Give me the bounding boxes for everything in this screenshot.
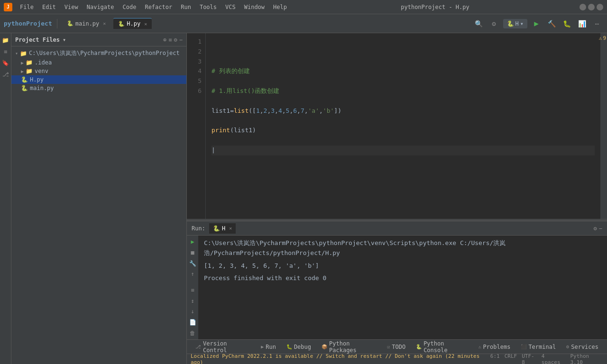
- menu-navigate[interactable]: Navigate: [83, 3, 118, 11]
- run-config-selector[interactable]: 🐍 H ▾: [503, 19, 527, 28]
- tab-close-active-icon[interactable]: ✕: [144, 21, 147, 27]
- run-tool-7[interactable]: 🗑: [188, 328, 197, 337]
- status-position[interactable]: 6:1: [490, 353, 500, 364]
- run-tool-2[interactable]: ↑: [188, 270, 197, 279]
- editor-area: 1 2 3 4 5 6 # 列表的创建 # 1.用list()函数创建 list…: [187, 33, 607, 219]
- tree-item-main-py[interactable]: 🐍 main.py: [11, 84, 186, 92]
- file-tree: ▾ 📁 C:\Users\洪岚浩\PycharmProjects\pythonP…: [11, 46, 186, 364]
- tree-root[interactable]: ▾ 📁 C:\Users\洪岚浩\PycharmProjects\pythonP…: [11, 48, 186, 58]
- hpy-icon: 🐍: [21, 76, 28, 83]
- build-icon[interactable]: 🔨: [545, 18, 558, 30]
- menu-run[interactable]: Run: [177, 3, 195, 11]
- run-button[interactable]: ▶: [530, 18, 543, 30]
- menu-file[interactable]: File: [16, 3, 37, 11]
- run-output: C:\Users\洪岚浩\PycharmProjects\pythonProje…: [198, 236, 607, 339]
- terminal-label: Terminal: [528, 344, 556, 350]
- run-tool-1[interactable]: 🔧: [188, 259, 197, 268]
- menu-view[interactable]: View: [61, 3, 82, 11]
- menu-tools[interactable]: Tools: [196, 3, 221, 11]
- project-label[interactable]: pythonProject: [4, 20, 52, 27]
- structure-icon[interactable]: ≡: [0, 46, 11, 57]
- code-line-4: list1=list([1,2,3,4,5,6,7,'a','b']): [212, 106, 595, 116]
- menu-help[interactable]: Help: [269, 3, 291, 11]
- run-config-dropdown-icon: ▾: [520, 20, 524, 27]
- maximize-button[interactable]: □: [588, 4, 595, 10]
- collapse-all-icon[interactable]: ≡: [168, 36, 172, 43]
- editor-scrollbar[interactable]: ⚠ 9: [600, 33, 607, 219]
- bookmarks-icon[interactable]: 🔖: [0, 58, 11, 68]
- main-toolbar: pythonProject 🐍 main.py ✕ 🐍 H.py ✕ 🔍 ⚙ 🐍…: [0, 14, 607, 33]
- menu-vcs[interactable]: VCS: [221, 3, 239, 11]
- todo-label: TODO: [392, 344, 405, 350]
- run-tool-3[interactable]: ≡: [188, 286, 197, 295]
- line-num-3: 3: [187, 57, 202, 67]
- title-bar: J File Edit View Navigate Code Refactor …: [0, 0, 607, 14]
- bottom-tab-services[interactable]: ⚙ Services: [561, 342, 603, 352]
- settings-icon[interactable]: ⚙: [488, 18, 500, 30]
- menu-code[interactable]: Code: [119, 3, 140, 11]
- panel-settings-icon[interactable]: ⚙: [174, 36, 177, 43]
- locate-file-icon[interactable]: ⊕: [163, 36, 166, 43]
- code-editor[interactable]: # 列表的创建 # 1.用list()函数创建 list1=list([1,2,…: [206, 33, 600, 219]
- python-packages-icon: 📦: [322, 344, 327, 349]
- code-line-5: print(list1): [212, 126, 595, 136]
- menu-refactor[interactable]: Refactor: [141, 3, 176, 11]
- stop-button[interactable]: ■: [188, 248, 197, 257]
- run-tool-4[interactable]: ↕: [188, 297, 197, 306]
- window-title: pythonProject - H.py: [294, 4, 576, 10]
- tree-item-venv[interactable]: ▶ 📁 venv: [11, 67, 186, 75]
- bottom-tab-problems[interactable]: ⚠ Problems: [474, 342, 515, 352]
- debug-icon[interactable]: 🐛: [561, 18, 573, 30]
- more-options-icon[interactable]: ⋯: [591, 18, 603, 30]
- run-tab-py-icon: 🐍: [213, 225, 220, 232]
- version-control-label: Version Control: [203, 340, 250, 354]
- run-tab-icon: ▶: [261, 344, 264, 349]
- warnings-indicator: ⚠ 9: [599, 35, 606, 41]
- status-indent[interactable]: 4 spaces: [542, 353, 566, 364]
- bottom-tab-todo[interactable]: ☑ TODO: [382, 342, 410, 352]
- bottom-tab-terminal[interactable]: ⬛ Terminal: [516, 342, 561, 352]
- git-icon[interactable]: ⎇: [0, 69, 11, 80]
- coverage-icon[interactable]: 📊: [576, 18, 588, 30]
- menu-window[interactable]: Window: [240, 3, 268, 11]
- run-settings-icon[interactable]: ⚙: [594, 225, 597, 232]
- run-tool-5[interactable]: ↓: [188, 307, 197, 316]
- line-num-5: 5: [187, 76, 202, 86]
- bottom-tab-debug[interactable]: 🐛 Debug: [282, 342, 316, 352]
- close-panel-icon[interactable]: −: [179, 36, 183, 43]
- tab-main-py[interactable]: 🐍 main.py ✕: [62, 18, 111, 29]
- minimize-button[interactable]: ─: [579, 4, 586, 10]
- tab-h-py[interactable]: 🐍 H.py ✕: [113, 18, 152, 29]
- arrow-icon: ▾: [15, 51, 18, 56]
- status-python-info[interactable]: Python 3.10: [570, 353, 603, 364]
- status-line-sep[interactable]: CRLF: [505, 353, 517, 364]
- debug-tab-label: Debug: [294, 344, 311, 350]
- code-line-3: # 1.用list()函数创建: [212, 86, 595, 96]
- run-again-button[interactable]: ▶: [188, 237, 197, 246]
- run-tab-close-icon[interactable]: ✕: [229, 226, 232, 231]
- code-line-1: [212, 47, 595, 57]
- run-tool-6[interactable]: 📄: [188, 318, 197, 327]
- search-everywhere-icon[interactable]: 🔍: [473, 18, 485, 30]
- project-panel-dropdown-icon[interactable]: ▾: [63, 36, 66, 43]
- python-console-icon: 🐍: [416, 344, 422, 349]
- project-view-icon[interactable]: 📁: [0, 35, 11, 46]
- output-exit-code: Process finished with exit code 0: [204, 273, 601, 283]
- line-numbers: 1 2 3 4 5 6: [187, 33, 206, 219]
- toolbar-divider: [57, 19, 57, 28]
- tree-item-idea[interactable]: ▶ 📁 .idea: [11, 58, 186, 67]
- services-label: Services: [571, 344, 598, 350]
- idea-folder-icon: 📁: [26, 59, 33, 66]
- run-config-label: H: [515, 20, 519, 27]
- bottom-tab-run[interactable]: ▶ Run: [256, 342, 281, 352]
- mainpy-label: main.py: [30, 85, 54, 91]
- tree-item-h-py[interactable]: 🐍 H.py: [11, 75, 186, 84]
- close-button[interactable]: ✕: [597, 4, 603, 10]
- idea-label: .idea: [35, 59, 52, 66]
- run-tab-h[interactable]: 🐍 H ✕: [209, 223, 236, 234]
- status-encoding[interactable]: UTF-8: [522, 353, 537, 364]
- tab-close-icon[interactable]: ✕: [103, 21, 106, 26]
- close-run-panel-icon[interactable]: −: [599, 225, 602, 232]
- run-panel-header: Run: 🐍 H ✕ ⚙ −: [187, 221, 607, 236]
- menu-edit[interactable]: Edit: [38, 3, 60, 11]
